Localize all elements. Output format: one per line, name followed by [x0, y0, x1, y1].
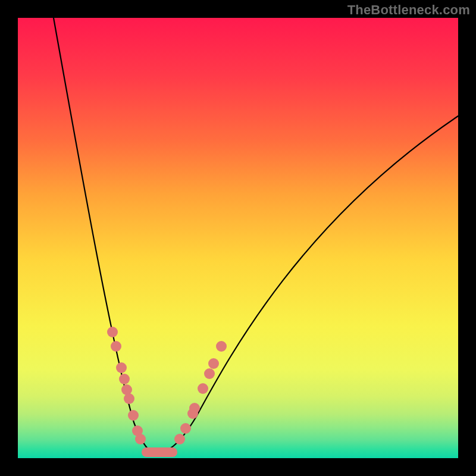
data-marker	[198, 383, 208, 394]
data-marker	[204, 368, 215, 379]
data-marker	[180, 423, 191, 434]
data-marker	[116, 362, 127, 373]
bottleneck-curve	[18, 18, 458, 458]
data-marker	[128, 410, 139, 421]
chart-frame: TheBottleneck.com	[0, 0, 476, 476]
data-marker	[174, 434, 185, 444]
data-marker	[124, 393, 134, 404]
data-marker	[208, 358, 219, 369]
left-curve	[54, 18, 155, 453]
data-marker	[216, 341, 227, 352]
marker-group-right	[174, 341, 227, 444]
watermark-text: TheBottleneck.com	[347, 2, 470, 18]
marker-group-left	[107, 327, 146, 444]
data-marker	[111, 341, 121, 352]
data-marker	[107, 327, 118, 337]
plot-area	[18, 18, 458, 458]
data-marker	[189, 403, 200, 414]
data-marker	[119, 374, 130, 384]
data-marker	[135, 434, 146, 444]
bottom-marker-bar	[142, 447, 177, 457]
right-curve	[155, 116, 458, 453]
